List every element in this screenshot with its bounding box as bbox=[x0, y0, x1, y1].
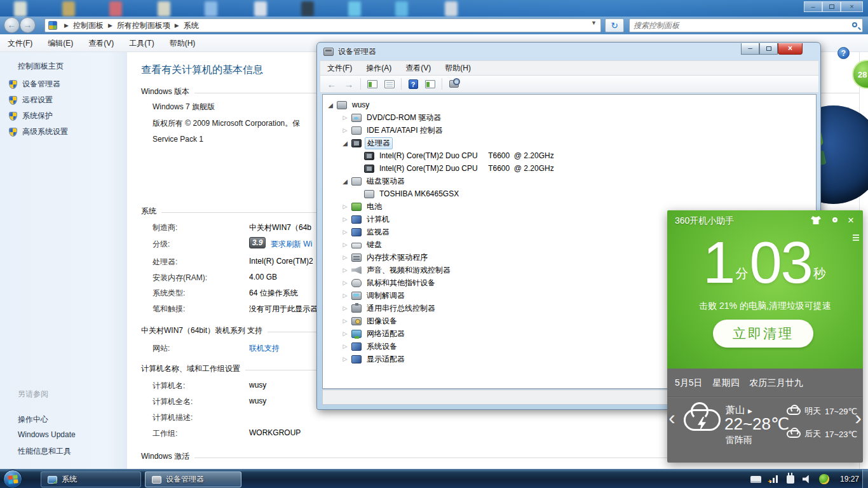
refresh-button[interactable]: ↻ bbox=[605, 18, 624, 32]
expander-icon[interactable]: ▷ bbox=[341, 356, 349, 362]
menu-help[interactable]: 帮助(H) bbox=[162, 34, 203, 51]
search-box[interactable] bbox=[629, 18, 863, 32]
taskbar-button-device-manager[interactable]: 设备管理器 bbox=[145, 471, 241, 487]
breadcrumb-item-control-panel[interactable]: 控制面板 bbox=[73, 20, 104, 31]
expander-icon[interactable]: ▷ bbox=[341, 127, 349, 133]
breadcrumb-item-system[interactable]: 系统 bbox=[184, 20, 199, 31]
input-method-keyboard-icon[interactable] bbox=[750, 476, 761, 483]
network-icon[interactable] bbox=[770, 475, 778, 483]
processor-icon bbox=[364, 165, 374, 173]
360-tray-icon[interactable] bbox=[819, 474, 829, 484]
refresh-rating-link[interactable]: 要求刷新 Wi bbox=[271, 239, 312, 250]
sidebar-item-windows-update[interactable]: Windows Update bbox=[18, 430, 76, 439]
device-manager-titlebar[interactable]: 设备管理器 bbox=[323, 46, 376, 57]
sidebar-item-system-protection[interactable]: 系统保护 bbox=[9, 111, 53, 121]
start-button[interactable] bbox=[3, 470, 22, 488]
sidebar-item-remote-settings[interactable]: 远程设置 bbox=[9, 95, 53, 105]
search-input[interactable] bbox=[634, 20, 843, 31]
breadcrumb[interactable]: ▶ 控制面板 ▶ 所有控制面板项 ▶ 系统 bbox=[44, 18, 601, 32]
scan-hardware-button[interactable] bbox=[446, 77, 461, 91]
uac-shield-icon bbox=[9, 96, 17, 105]
dm-maximize-button[interactable] bbox=[759, 43, 778, 55]
tree-item-processors[interactable]: ◢处理器 bbox=[323, 137, 816, 149]
expander-icon[interactable]: ▷ bbox=[341, 318, 349, 324]
menu-view[interactable]: 查看(V) bbox=[81, 34, 121, 51]
breadcrumb-arrow-icon: ▶ bbox=[104, 22, 117, 29]
breadcrumb-item-all-items[interactable]: 所有控制面板项 bbox=[117, 20, 170, 31]
scan-hardware-icon bbox=[449, 80, 459, 88]
tree-item-dvd[interactable]: ▷DVD/CD-ROM 驱动器 bbox=[323, 111, 816, 124]
uac-shield-icon bbox=[9, 128, 17, 137]
system-window-maximize-button[interactable] bbox=[822, 1, 841, 12]
expander-icon[interactable]: ◢ bbox=[341, 140, 349, 147]
tree-item-cpu-0[interactable]: Intel(R) Core(TM)2 Duo CPU T6600 @ 2.20G… bbox=[323, 149, 816, 162]
menu-tools[interactable]: 工具(T) bbox=[121, 34, 161, 51]
action-pane-button[interactable] bbox=[423, 77, 438, 91]
desktop-icon bbox=[445, 1, 458, 17]
usb-icon bbox=[351, 304, 362, 313]
close-icon[interactable]: × bbox=[848, 216, 854, 225]
system-window-minimize-button[interactable]: – bbox=[804, 1, 822, 12]
forward-button[interactable]: → bbox=[341, 77, 356, 91]
expander-icon[interactable]: ▷ bbox=[341, 229, 349, 235]
expander-icon[interactable]: ◢ bbox=[341, 178, 349, 185]
expander-icon[interactable]: ▷ bbox=[341, 114, 349, 121]
expander-icon[interactable]: ▷ bbox=[341, 292, 349, 299]
help-icon[interactable]: ? bbox=[837, 47, 850, 59]
desktop-icon bbox=[62, 1, 75, 17]
sidebar-item-device-manager[interactable]: 设备管理器 bbox=[9, 79, 60, 90]
dm-menu-view[interactable]: 查看(V) bbox=[398, 63, 438, 74]
menu-edit[interactable]: 编辑(E) bbox=[40, 34, 81, 51]
sidebar-item-advanced-settings[interactable]: 高级系统设置 bbox=[9, 126, 68, 137]
row-value: 没有可用于此显示器 bbox=[249, 304, 318, 315]
expander-icon[interactable]: ▷ bbox=[341, 254, 349, 261]
expander-icon[interactable]: ▷ bbox=[341, 203, 349, 210]
volume-icon[interactable] bbox=[803, 475, 811, 484]
dm-menu-file[interactable]: 文件(F) bbox=[320, 63, 359, 74]
forward-button[interactable]: → bbox=[20, 17, 36, 33]
properties-icon bbox=[384, 80, 395, 88]
windows-logo-icon bbox=[8, 475, 18, 484]
tree-item-disk-drives[interactable]: ◢磁盘驱动器 bbox=[323, 175, 816, 187]
breadcrumb-dropdown-icon[interactable]: ▼ bbox=[591, 20, 597, 26]
dm-menu-help[interactable]: 帮助(H) bbox=[438, 63, 478, 74]
taskbar-button-system[interactable]: 系统 bbox=[41, 471, 141, 487]
system-window-close-button[interactable]: × bbox=[841, 1, 863, 12]
clean-now-button[interactable]: 立即清理 bbox=[713, 320, 813, 348]
expander-icon[interactable]: ▷ bbox=[341, 267, 349, 273]
tree-item-computer-root[interactable]: ◢wusy bbox=[323, 98, 816, 111]
windows-logo-icon bbox=[13, 475, 18, 479]
expander-icon[interactable]: ▷ bbox=[341, 280, 349, 286]
gear-icon[interactable] bbox=[832, 217, 837, 222]
clock[interactable]: 19:27 bbox=[840, 475, 859, 484]
back-button[interactable]: ← bbox=[324, 77, 339, 91]
expander-icon[interactable]: ▷ bbox=[341, 330, 349, 337]
dm-minimize-button[interactable]: – bbox=[741, 43, 759, 55]
back-button[interactable]: ← bbox=[4, 17, 20, 33]
expander-icon[interactable]: ◢ bbox=[326, 102, 335, 109]
expander-icon[interactable]: ▷ bbox=[341, 343, 349, 349]
help-button[interactable]: ? bbox=[405, 77, 421, 91]
power-plug-icon[interactable] bbox=[787, 475, 794, 484]
console-tree-button[interactable] bbox=[365, 77, 380, 91]
dm-close-button[interactable]: × bbox=[778, 43, 803, 55]
sidebar-item-action-center[interactable]: 操作中心 bbox=[18, 414, 48, 425]
online-support-link[interactable]: 联机支持 bbox=[249, 343, 280, 354]
tree-item-cpu-1[interactable]: Intel(R) Core(TM)2 Duo CPU T6600 @ 2.20G… bbox=[323, 162, 816, 175]
tree-item-toshiba-disk[interactable]: TOSHIBA MK6465GSX bbox=[323, 187, 816, 200]
expander-icon[interactable]: ▷ bbox=[341, 305, 349, 311]
tree-item-ide[interactable]: ▷IDE ATA/ATAPI 控制器 bbox=[323, 124, 816, 137]
skin-icon[interactable] bbox=[811, 216, 821, 224]
expander-icon[interactable]: ▷ bbox=[341, 241, 349, 248]
breadcrumb-arrow-icon: ▶ bbox=[170, 22, 184, 29]
row-value: 4.00 GB bbox=[249, 273, 277, 281]
menu-file[interactable]: 文件(F) bbox=[0, 34, 40, 51]
dm-menu-action[interactable]: 操作(A) bbox=[359, 63, 398, 74]
properties-button[interactable] bbox=[382, 77, 397, 91]
weather-prev-icon[interactable]: ‹ bbox=[668, 408, 675, 427]
forecast-day: 明天 bbox=[804, 405, 821, 417]
show-desktop-button[interactable] bbox=[862, 470, 868, 488]
sidebar-item-performance-tools[interactable]: 性能信息和工具 bbox=[18, 446, 71, 457]
sidebar-item-home[interactable]: 控制面板主页 bbox=[18, 61, 64, 72]
expander-icon[interactable]: ▷ bbox=[341, 216, 349, 222]
